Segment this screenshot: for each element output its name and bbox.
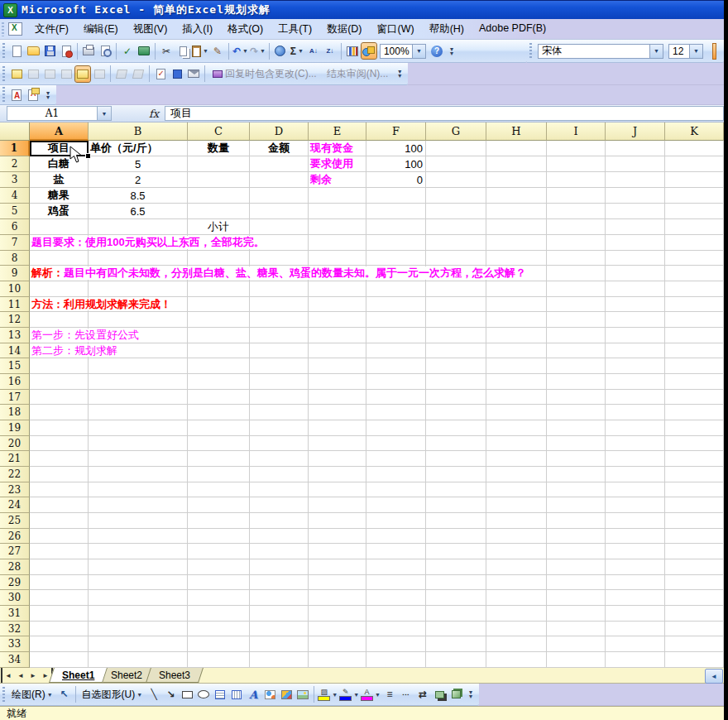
cell-J23[interactable] — [606, 482, 665, 498]
cell-I16[interactable] — [547, 374, 606, 390]
cell-H32[interactable] — [486, 622, 547, 637]
cell-F13[interactable] — [366, 328, 426, 343]
cell-F31[interactable] — [366, 606, 426, 622]
cell-B26[interactable] — [89, 529, 188, 545]
cell-A10[interactable] — [30, 281, 89, 297]
cell-I20[interactable] — [547, 436, 606, 452]
cell-D25[interactable] — [250, 513, 309, 529]
cell-F12[interactable] — [366, 312, 426, 328]
row-header-14[interactable]: 14 — [0, 343, 30, 359]
shadow-style-button[interactable] — [432, 687, 447, 703]
cell-H24[interactable] — [486, 497, 547, 513]
cell-J29[interactable] — [606, 575, 665, 591]
undo-button[interactable]: ↶▼ — [232, 43, 248, 59]
cell-H19[interactable] — [486, 420, 547, 436]
cell-A27[interactable] — [30, 544, 89, 559]
cell-H7[interactable] — [486, 235, 547, 251]
cell-G32[interactable] — [426, 622, 486, 637]
cell-J13[interactable] — [606, 328, 665, 343]
cell-E33[interactable] — [309, 636, 366, 652]
cell-F30[interactable] — [366, 590, 426, 606]
cell-K9[interactable] — [665, 266, 724, 281]
select-all-corner[interactable] — [0, 122, 30, 141]
send-to-mail-recipient-button[interactable] — [186, 66, 201, 82]
column-header-I[interactable]: I — [547, 122, 606, 141]
cell-D34[interactable] — [250, 652, 309, 668]
cell-J32[interactable] — [606, 622, 665, 637]
cell-H3[interactable] — [486, 172, 547, 188]
toolbar-options-chevron[interactable]: ▾▾ — [447, 47, 457, 55]
cell-H6[interactable] — [486, 219, 547, 235]
cell-J7[interactable] — [606, 235, 665, 251]
new-document-button[interactable] — [9, 43, 24, 59]
line-color-button[interactable]: ✎▼ — [339, 687, 359, 703]
cell-A23[interactable] — [30, 482, 89, 498]
column-header-A[interactable]: A — [30, 122, 89, 141]
cell-A12[interactable] — [30, 312, 89, 328]
font-name-dropdown[interactable]: ▼ — [649, 45, 663, 58]
cell-K8[interactable] — [665, 251, 724, 266]
cell-K32[interactable] — [665, 622, 724, 637]
cell-J1[interactable] — [606, 141, 665, 156]
cell-J12[interactable] — [606, 312, 665, 328]
cell-I33[interactable] — [547, 636, 606, 652]
copy-button[interactable] — [175, 43, 190, 59]
chart-wizard-button[interactable] — [345, 43, 360, 59]
row-header-19[interactable]: 19 — [0, 420, 30, 436]
cut-button[interactable]: ✂ — [159, 43, 174, 59]
menu-window[interactable]: 窗口(W) — [370, 20, 422, 39]
cell-A21[interactable] — [30, 451, 89, 467]
cell-J25[interactable] — [606, 513, 665, 529]
first-sheet-button[interactable]: ◄ — [1, 668, 14, 683]
cell-I3[interactable] — [547, 172, 606, 188]
cell-C33[interactable] — [188, 636, 250, 652]
cell-I12[interactable] — [547, 312, 606, 328]
cell-B6[interactable] — [89, 219, 188, 235]
highlighter-button[interactable] — [114, 66, 129, 82]
cell-C29[interactable] — [188, 575, 250, 591]
cell-G8[interactable] — [426, 251, 486, 266]
toolbar-options-chevron[interactable]: ▾▾ — [466, 690, 476, 698]
row-header-5[interactable]: 5 — [0, 204, 30, 219]
fill-handle[interactable] — [85, 153, 91, 159]
cell-J10[interactable] — [606, 281, 665, 297]
cell-C16[interactable] — [188, 374, 250, 390]
cell-K26[interactable] — [665, 529, 724, 545]
cell-B18[interactable] — [89, 405, 188, 420]
cell-A1[interactable]: 项目 — [30, 141, 89, 156]
cell-G28[interactable] — [426, 559, 486, 575]
previous-sheet-button[interactable]: ◄ — [15, 668, 26, 683]
cell-B12[interactable] — [89, 312, 188, 328]
cell-D15[interactable] — [250, 358, 309, 374]
cell-F22[interactable] — [366, 467, 426, 482]
paste-button[interactable]: ▼ — [192, 43, 208, 59]
reply-with-changes-button[interactable]: 回复时包含更改(C)... — [208, 65, 322, 83]
cell-E2[interactable]: 要求使用 — [309, 156, 366, 172]
cell-C34[interactable] — [188, 652, 250, 668]
cell-E16[interactable] — [309, 374, 366, 390]
cell-E18[interactable] — [309, 405, 366, 420]
update-file-button[interactable] — [153, 66, 168, 82]
insert-clip-art-button[interactable] — [279, 687, 294, 703]
cell-E23[interactable] — [309, 482, 366, 498]
cell-E7[interactable] — [309, 235, 366, 251]
cell-G25[interactable] — [426, 513, 486, 529]
cell-D13[interactable] — [250, 328, 309, 343]
menu-format[interactable]: 格式(O) — [220, 20, 271, 39]
cell-I18[interactable] — [547, 405, 606, 420]
cell-H8[interactable] — [486, 251, 547, 266]
cell-D17[interactable] — [250, 390, 309, 406]
cell-E29[interactable] — [309, 575, 366, 591]
dash-style-button[interactable]: ▪▪▪ — [399, 687, 414, 703]
cell-C8[interactable] — [188, 251, 250, 266]
cell-D5[interactable] — [250, 204, 309, 219]
cell-H11[interactable] — [486, 297, 547, 313]
cell-H4[interactable] — [486, 188, 547, 204]
cell-F29[interactable] — [366, 575, 426, 591]
cell-A18[interactable] — [30, 405, 89, 420]
eraser-button[interactable] — [131, 66, 146, 82]
cell-J21[interactable] — [606, 451, 665, 467]
cell-F4[interactable] — [366, 188, 426, 204]
cell-K33[interactable] — [665, 636, 724, 652]
hide-comment-button[interactable] — [92, 66, 107, 82]
